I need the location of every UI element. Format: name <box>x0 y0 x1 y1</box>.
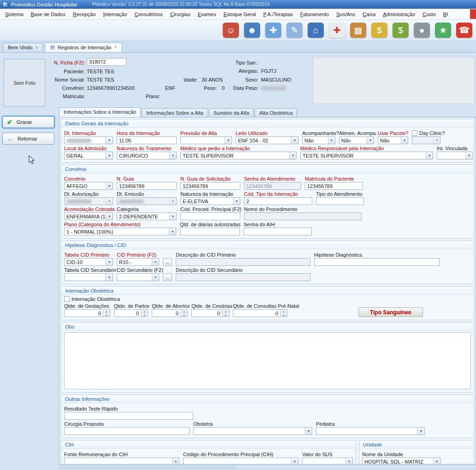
natureza-tratamento-combo[interactable]: CIRURGICO▾ <box>117 152 177 159</box>
spinner-arrows[interactable]: ▴▾ <box>103 310 110 317</box>
hipotese-input[interactable] <box>314 258 440 266</box>
day-clinic-combo[interactable]: ▾ <box>412 136 440 144</box>
horizontal-scrollbar[interactable] <box>59 465 476 469</box>
desc-cid-primario-input[interactable] <box>176 258 310 266</box>
menu-cirurgias[interactable]: Cirurgias <box>167 10 194 19</box>
hora-internacao-input[interactable]: 11:05 <box>117 136 177 144</box>
day-clinic-checkbox[interactable] <box>412 130 417 136</box>
categoria-combo[interactable]: 2-DEPENDENTE▾ <box>117 212 177 220</box>
menu-administracao[interactable]: Administração <box>379 10 419 19</box>
desc-cid-secundario-input[interactable] <box>176 273 310 281</box>
obstetra-combo[interactable]: ▾ <box>193 427 312 435</box>
local-admissao-combo[interactable]: GERAL▾ <box>64 152 113 159</box>
spin-down-icon[interactable]: ▾ <box>141 313 148 317</box>
retornar-button[interactable]: ← Retornar <box>2 133 54 145</box>
close-icon[interactable]: × <box>114 45 117 50</box>
spin-up-icon[interactable]: ▴ <box>181 310 187 313</box>
pre-natal-stepper[interactable]: 0▴▾ <box>233 309 287 317</box>
menu-exames[interactable]: Exames <box>194 10 220 19</box>
form-tab-sumario-da-alta[interactable]: Sumário da Alta <box>209 108 254 117</box>
matricula-paciente-input[interactable]: 123456789 <box>305 182 363 190</box>
menu-p-a-terapias[interactable]: P.A./Terapias <box>260 10 297 19</box>
senha-aih-input[interactable] <box>244 228 312 235</box>
n-guia-solicitacao-input[interactable]: 123456789 <box>180 182 240 190</box>
partos-stepper[interactable]: 0▴▾ <box>114 309 148 317</box>
cod-tipo-internacao-input[interactable]: 2 <box>244 197 312 205</box>
tipo-atendimento-input[interactable] <box>316 197 364 205</box>
menu-consultorios[interactable]: Consultórios <box>131 10 167 19</box>
qtd-diarias-input[interactable] <box>180 228 240 235</box>
dt-internacao-combo[interactable]: ▾ <box>64 136 113 144</box>
telefone-icon[interactable]: ☎ <box>456 23 472 38</box>
cod-proced-principal-input[interactable] <box>180 212 240 220</box>
faturamento-icon[interactable]: $ <box>371 23 387 38</box>
codigo-cih-combo[interactable]: ▾ <box>183 458 298 464</box>
mapa-icon[interactable]: ★ <box>435 23 451 38</box>
medico-icon[interactable]: ✚ <box>265 23 281 38</box>
acompanhante-combo[interactable]: Não▾ <box>302 136 335 144</box>
medico-pediu-combo[interactable]: TESTE SUPERVISOR▾ <box>180 152 297 159</box>
menu-estoque-geral[interactable]: Estoque Geral <box>220 10 259 19</box>
estoque-icon[interactable]: ▦ <box>350 23 366 38</box>
spinner-arrows[interactable]: ▴▾ <box>141 310 148 317</box>
spin-up-icon[interactable]: ▴ <box>222 310 229 313</box>
form-tab-informacoes-sobre-a-alta[interactable]: Informações Sobre a Alta <box>142 108 208 117</box>
menu-recepcao[interactable]: Recepção <box>69 10 100 19</box>
cid-primario-combo[interactable]: R10.-▾ <box>117 258 159 266</box>
prontuario-icon[interactable]: ✎ <box>286 23 303 38</box>
nome-unidade-combo[interactable]: HOSPITAL SQL - MATRIZ▾ <box>362 458 440 464</box>
menu-custo[interactable]: Custo <box>419 10 440 19</box>
previsao-alta-combo[interactable]: ▾ <box>180 136 232 144</box>
fonte-cih-combo[interactable]: ▾ <box>64 458 179 464</box>
dt-emissao-combo[interactable]: ▾ <box>117 197 177 205</box>
abortos-stepper[interactable]: 0▴▾ <box>152 309 188 317</box>
recepcao-icon[interactable]: ☺ <box>223 23 239 38</box>
leito-icon[interactable]: ⌂ <box>308 23 324 38</box>
cid-secundario-search-button[interactable]: ... <box>163 273 172 281</box>
doc-tab-bem-vindo[interactable]: Bem Vindo× <box>3 43 43 52</box>
natureza-internacao-combo[interactable]: E-ELETIVA▾ <box>180 197 240 205</box>
form-tab-informacoes-sobre-a-internacao[interactable]: Informações Sobre a Internação <box>59 107 141 117</box>
tipo-sanguineo-button[interactable]: Tipo Sanguíneo <box>358 307 423 317</box>
menu-bi[interactable]: BI <box>440 10 452 19</box>
nome-procedimento-input[interactable] <box>244 212 362 220</box>
dt-autorizacao-combo[interactable]: ▾ <box>64 197 113 205</box>
cesarias-stepper[interactable]: 0▴▾ <box>191 309 229 317</box>
tabela-cid-primario-combo[interactable]: CID-10▾ <box>64 258 113 266</box>
financeiro-icon[interactable]: $ <box>393 23 409 38</box>
gestacoes-stepper[interactable]: 0▴▾ <box>64 309 110 317</box>
senha-atendimento-input[interactable]: 123456789 <box>244 182 301 190</box>
menu-caixa[interactable]: Caixa <box>359 10 379 19</box>
usar-pacote-combo[interactable]: Não▾ <box>378 136 408 144</box>
form-tab-alta-obstetrica[interactable]: Alta Obstétrica <box>255 108 297 117</box>
spinner-arrows[interactable]: ▴▾ <box>222 310 229 317</box>
cid-primario-search-button[interactable]: ... <box>163 258 172 266</box>
spin-up-icon[interactable]: ▴ <box>103 310 110 313</box>
medico-resp-combo[interactable]: TESTE SUPERVISOR▾ <box>300 152 433 159</box>
ficha-input[interactable]: 318072 <box>87 58 126 66</box>
scrollbar-thumb[interactable] <box>60 466 235 468</box>
obstetrica-checkbox[interactable] <box>64 296 70 302</box>
atendimento-icon[interactable]: ☻ <box>244 23 260 38</box>
resultado-teste-input[interactable] <box>64 412 193 420</box>
n-guia-input[interactable]: 123456789 <box>117 182 177 190</box>
leito-combo[interactable]: ENF 104 - 02▾ <box>236 136 298 144</box>
alimen-acompa-combo[interactable]: Não▾ <box>339 136 374 144</box>
menu-sus-ans[interactable]: Sus/Ans <box>333 10 359 19</box>
tabela-cid-secundario-combo[interactable]: ▾ <box>64 273 113 281</box>
obs-textarea[interactable] <box>64 332 471 389</box>
pediatra-combo[interactable]: ▾ <box>316 427 425 435</box>
spin-down-icon[interactable]: ▾ <box>181 313 187 317</box>
spin-down-icon[interactable]: ▾ <box>103 313 110 317</box>
cofre-icon[interactable]: ● <box>414 23 430 38</box>
close-icon[interactable]: × <box>36 45 38 50</box>
acomodacao-cobrada-combo[interactable]: ENFERMARIA (1)▾ <box>64 212 113 220</box>
menu-base-de-dados[interactable]: Base de Dados <box>27 10 69 19</box>
menu-internacao[interactable]: Internação <box>100 10 131 19</box>
spin-up-icon[interactable]: ▴ <box>280 310 287 313</box>
cirurgia-proposta-input[interactable] <box>64 427 190 435</box>
int-vinculada-combo[interactable]: ▾ <box>437 152 473 159</box>
gravar-button[interactable]: ✔ Gravar <box>2 116 54 128</box>
spin-down-icon[interactable]: ▾ <box>280 313 287 317</box>
spinner-arrows[interactable]: ▴▾ <box>180 310 187 317</box>
